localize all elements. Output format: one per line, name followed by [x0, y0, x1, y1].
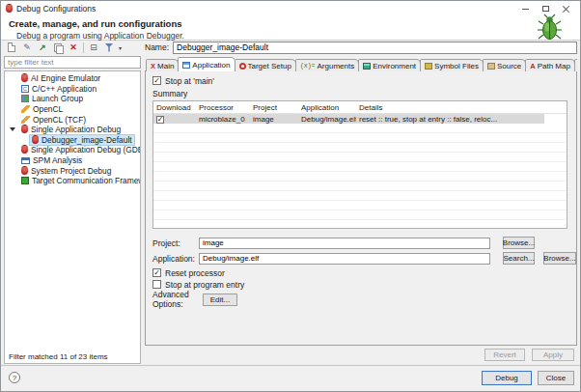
- tree-item-debugger-image-default[interactable]: Debugger_image-Default: [5, 135, 140, 146]
- tree-item-label: Launch Group: [32, 94, 83, 103]
- sidebar-toolbar: ✎ ↗ ✕ ⊟ ▾: [4, 41, 141, 54]
- tree-item-ai-engine-emulator[interactable]: AI Engine Emulator: [5, 73, 140, 84]
- table-row[interactable]: microblaze_0 image Debug/image.elf reset…: [153, 114, 544, 124]
- tree-item-opencl[interactable]: OpenCL: [5, 104, 140, 115]
- tab-label: Target Setup: [248, 62, 291, 70]
- close-icon: [563, 5, 570, 13]
- editor-tabbar: XMain Application Target Setup (x)=Argum…: [145, 57, 577, 71]
- tree-item-label: Debugger_image-Default: [42, 135, 132, 145]
- column-header-project[interactable]: Project: [250, 103, 298, 112]
- tab-label: Path Map: [538, 62, 570, 70]
- tab-label: Environment: [373, 62, 416, 70]
- stop-at-program-entry-checkbox[interactable]: [152, 280, 161, 289]
- arguments-icon: (x)=: [300, 63, 316, 70]
- application-input[interactable]: [199, 253, 490, 265]
- tree-item-single-application-debug[interactable]: Single Application Debug: [5, 125, 140, 135]
- configuration-editor: Name: XMain Application Target Setup (x)…: [145, 41, 577, 364]
- expanded-twistie-icon[interactable]: [10, 127, 15, 131]
- cell-application: Debug/image.elf: [298, 115, 356, 124]
- close-dialog-button[interactable]: Close: [538, 371, 574, 385]
- launch-group-icon: [21, 95, 29, 102]
- toolbar-separator: [83, 42, 84, 53]
- title-bar: Debug Configurations: [1, 1, 580, 16]
- new-config-button[interactable]: [6, 42, 17, 53]
- minimize-button[interactable]: [516, 3, 535, 15]
- minimize-icon: [522, 9, 529, 10]
- tab-arguments[interactable]: (x)=Arguments: [295, 59, 359, 71]
- advanced-options-edit-button[interactable]: Edit...: [203, 294, 237, 306]
- tree-item-label: OpenCL: [33, 104, 63, 114]
- debug-bug-icon: [21, 146, 28, 154]
- cell-details: reset :: true, stop at entry :: false, r…: [356, 115, 544, 124]
- tab-path-map[interactable]: APath Map: [525, 59, 575, 71]
- tree-item-label: AI Engine Emulator: [31, 73, 100, 83]
- new-prototype-button[interactable]: ✎: [21, 42, 33, 53]
- tab-label: Main: [157, 62, 174, 70]
- tab-main[interactable]: XMain: [146, 59, 179, 71]
- path-map-icon: A: [530, 62, 535, 70]
- main-tab-icon: X: [151, 62, 155, 70]
- export-config-button[interactable]: ↗: [37, 42, 48, 53]
- tab-environment[interactable]: Environment: [358, 59, 421, 71]
- filter-button[interactable]: [103, 42, 115, 53]
- environment-icon: [363, 63, 371, 70]
- pencil-icon: ✎: [23, 42, 31, 52]
- project-input[interactable]: [199, 238, 490, 249]
- application-tab-icon: [182, 62, 190, 69]
- filter-input[interactable]: [4, 56, 141, 69]
- apply-button[interactable]: Apply: [532, 349, 574, 361]
- opencl-icon: [21, 105, 30, 113]
- stop-at-main-checkbox[interactable]: [152, 76, 161, 85]
- project-browse-button[interactable]: Browse...: [503, 237, 535, 249]
- tab-common[interactable]: Common: [574, 59, 577, 71]
- tab-source[interactable]: Source: [483, 59, 526, 71]
- symbol-files-icon: [425, 63, 432, 70]
- chevron-down-icon: ▾: [119, 45, 122, 51]
- application-browse-button[interactable]: Browse...: [543, 252, 576, 265]
- duplicate-icon: [54, 43, 63, 52]
- column-header-download[interactable]: Download: [153, 103, 196, 112]
- tree-item-label: Single Application Debug (GDB): [31, 145, 141, 154]
- tree-item-launch-group[interactable]: Launch Group: [5, 94, 140, 104]
- tree-item-single-application-debug-gdb[interactable]: Single Application Debug (GDB): [5, 145, 140, 155]
- filter-menu-button[interactable]: ▾: [119, 44, 124, 51]
- column-header-processor[interactable]: Processor: [196, 103, 250, 112]
- debug-button[interactable]: Debug: [482, 371, 532, 385]
- cell-processor: microblaze_0: [196, 115, 250, 124]
- tab-application[interactable]: Application: [178, 57, 235, 71]
- tree-item-cpp-application[interactable]: CC/C++ Application: [5, 84, 140, 95]
- table-empty-rows: [153, 124, 567, 228]
- filter-icon: [105, 43, 114, 52]
- debug-bug-icon: [21, 126, 28, 133]
- tab-target-setup[interactable]: Target Setup: [235, 59, 296, 71]
- collapse-all-button[interactable]: ⊟: [88, 42, 99, 53]
- tcf-icon: [21, 177, 29, 184]
- page-title: Create, manage, and run configurations: [9, 18, 572, 29]
- tree-item-system-project-debug[interactable]: System Project Debug: [5, 165, 140, 176]
- dialog-body: ✎ ↗ ✕ ⊟ ▾ AI Engine Emulator CC/C++ Appl…: [1, 41, 580, 365]
- reset-processor-checkbox[interactable]: [152, 268, 161, 277]
- tree-item-label: SPM Analysis: [33, 155, 82, 165]
- summary-table: Download Processor Project Application D…: [152, 100, 567, 229]
- revert-button[interactable]: Revert: [484, 349, 525, 361]
- tree-item-spm-analysis[interactable]: SPM Analysis: [5, 155, 140, 166]
- column-header-application[interactable]: Application: [298, 103, 356, 112]
- debug-bug-icon: [6, 5, 13, 13]
- delete-config-button[interactable]: ✕: [68, 42, 79, 53]
- download-checkbox[interactable]: [156, 116, 164, 124]
- tab-symbol-files[interactable]: Symbol Files: [420, 59, 484, 71]
- tree-item-target-communication-framework[interactable]: Target Communication Framework: [5, 176, 140, 186]
- opencl-icon: [21, 116, 30, 124]
- column-header-details[interactable]: Details: [356, 103, 567, 112]
- application-search-button[interactable]: Search...: [503, 252, 535, 265]
- name-input[interactable]: [173, 42, 577, 54]
- duplicate-config-button[interactable]: [52, 42, 64, 53]
- tree-item-label: C/C++ Application: [32, 84, 97, 94]
- debug-bug-icon: [21, 74, 28, 82]
- cell-project: image: [250, 115, 298, 124]
- tree-item-opencl-tcf[interactable]: OpenCL (TCF): [5, 114, 140, 125]
- application-label: Application:: [152, 254, 199, 264]
- help-button[interactable]: ?: [9, 372, 20, 383]
- stop-at-program-entry-label: Stop at program entry: [165, 280, 244, 290]
- c-application-icon: C: [21, 85, 29, 93]
